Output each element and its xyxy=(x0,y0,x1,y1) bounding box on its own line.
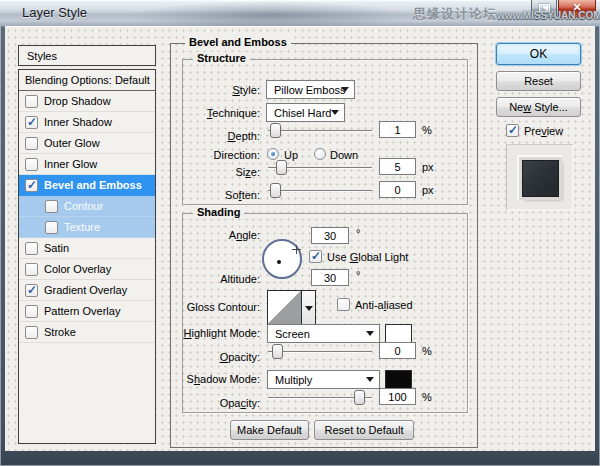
direction-up-radio[interactable] xyxy=(267,148,279,160)
direction-label: Direction: xyxy=(183,149,260,161)
shadow-opacity-label: Opacity: xyxy=(183,397,260,409)
altitude-label: Altitude: xyxy=(183,273,260,285)
list-item-gradient-overlay[interactable]: Gradient Overlay xyxy=(19,280,155,301)
style-dropdown-value: Pillow Emboss xyxy=(274,84,346,96)
preview-label: Preview xyxy=(524,125,563,137)
structure-title: Structure xyxy=(193,52,250,64)
make-default-button[interactable]: Make Default xyxy=(230,420,309,440)
layer-style-dialog: Layer Style 思缘设计论坛 www.MISSYUAN.COM ✕ St… xyxy=(0,0,600,466)
style-dropdown[interactable]: Pillow Emboss xyxy=(266,80,355,99)
panel-title: Bevel and Emboss xyxy=(185,36,291,48)
shadow-opacity-thumb[interactable] xyxy=(354,390,365,405)
highlight-mode-dropdown[interactable]: Screen xyxy=(267,324,380,343)
checkbox-icon[interactable] xyxy=(25,263,38,276)
technique-label: Technique: xyxy=(183,107,260,119)
checkbox-icon[interactable] xyxy=(45,200,58,213)
altitude-unit: ° xyxy=(356,269,360,281)
checkbox-icon[interactable] xyxy=(25,242,38,255)
angle-unit: ° xyxy=(356,227,360,239)
depth-slider[interactable] xyxy=(268,123,372,138)
depth-input[interactable] xyxy=(379,121,416,138)
size-input[interactable] xyxy=(379,158,416,175)
checkbox-icon[interactable] xyxy=(25,179,38,192)
shadow-mode-label: Shadow Mode: xyxy=(183,373,260,385)
size-unit: px xyxy=(422,161,434,173)
list-item-satin[interactable]: Satin xyxy=(19,238,155,259)
checkbox-icon[interactable] xyxy=(25,116,38,129)
technique-dropdown[interactable]: Chisel Hard xyxy=(266,103,345,122)
window-title: Layer Style xyxy=(22,5,87,20)
list-item-color-overlay[interactable]: Color Overlay xyxy=(19,259,155,280)
highlight-opacity-slider[interactable] xyxy=(268,344,372,359)
shadow-opacity-unit: % xyxy=(422,391,432,403)
depth-unit: % xyxy=(422,124,432,136)
highlight-opacity-unit: % xyxy=(422,345,432,357)
size-slider[interactable] xyxy=(268,160,372,175)
list-item-label: Blending Options: Default xyxy=(25,74,150,86)
checkbox-icon[interactable] xyxy=(25,284,38,297)
technique-dropdown-value: Chisel Hard xyxy=(274,107,331,119)
angle-label: Angle: xyxy=(183,229,260,241)
list-item-blending-options-default[interactable]: Blending Options: Default xyxy=(19,70,155,91)
popout-window-button[interactable] xyxy=(531,0,557,18)
checkbox-icon[interactable] xyxy=(25,95,38,108)
structure-group: Structure Style: Pillow Emboss Technique… xyxy=(182,59,468,205)
altitude-input[interactable] xyxy=(311,269,349,286)
close-button[interactable]: ✕ xyxy=(558,0,596,18)
checkbox-icon[interactable] xyxy=(25,305,38,318)
list-item-inner-shadow[interactable]: Inner Shadow xyxy=(19,112,155,133)
highlight-opacity-input[interactable] xyxy=(379,342,416,359)
list-item-label: Inner Shadow xyxy=(44,116,112,128)
list-item-inner-glow[interactable]: Inner Glow xyxy=(19,154,155,175)
soften-input[interactable] xyxy=(379,181,416,198)
shading-title: Shading xyxy=(193,206,244,218)
list-item-label: Bevel and Emboss xyxy=(44,179,142,191)
size-slider-thumb[interactable] xyxy=(276,160,287,175)
soften-slider[interactable] xyxy=(268,183,372,198)
checkbox-icon[interactable] xyxy=(25,158,38,171)
highlight-mode-value: Screen xyxy=(275,328,310,340)
highlight-color-swatch[interactable] xyxy=(385,324,412,343)
chevron-down-icon xyxy=(366,377,374,382)
preview-layer-square xyxy=(522,160,559,197)
popout-window-icon xyxy=(539,4,550,12)
reset-button[interactable]: Reset xyxy=(496,71,581,91)
anti-aliased-checkbox[interactable] xyxy=(337,298,350,311)
list-item-pattern-overlay[interactable]: Pattern Overlay xyxy=(19,301,155,322)
list-item-label: Satin xyxy=(44,242,69,254)
list-item-stroke[interactable]: Stroke xyxy=(19,322,155,343)
list-item-label: Texture xyxy=(64,221,100,233)
list-item-drop-shadow[interactable]: Drop Shadow xyxy=(19,91,155,112)
shadow-mode-dropdown[interactable]: Multiply xyxy=(267,370,380,389)
preview-checkbox[interactable] xyxy=(506,124,519,137)
angle-dial[interactable] xyxy=(262,239,302,279)
shadow-opacity-slider[interactable] xyxy=(268,390,372,405)
list-item-outer-glow[interactable]: Outer Glow xyxy=(19,133,155,154)
reset-to-default-button[interactable]: Reset to Default xyxy=(314,420,414,440)
style-label: Style: xyxy=(183,84,260,96)
preview-thumbnail xyxy=(506,144,573,210)
list-item-contour[interactable]: Contour xyxy=(19,196,155,217)
shadow-color-swatch[interactable] xyxy=(385,370,412,389)
highlight-opacity-thumb[interactable] xyxy=(272,344,283,359)
use-global-light-checkbox[interactable] xyxy=(309,250,322,263)
styles-header: Styles xyxy=(18,45,156,66)
depth-slider-thumb[interactable] xyxy=(270,123,281,138)
gloss-contour-arrow-button[interactable] xyxy=(302,290,316,325)
ok-button[interactable]: OK xyxy=(496,43,581,65)
angle-input[interactable] xyxy=(311,227,349,244)
dialog-content: Styles Blending Options: DefaultDrop Sha… xyxy=(5,26,595,451)
soften-label: Soften: xyxy=(183,189,260,201)
angle-dial-dot xyxy=(277,260,281,264)
gloss-contour-thumbnail[interactable] xyxy=(267,290,302,325)
checkbox-icon[interactable] xyxy=(25,326,38,339)
list-item-texture[interactable]: Texture xyxy=(19,217,155,238)
title-bar[interactable]: Layer Style 思缘设计论坛 www.MISSYUAN.COM ✕ xyxy=(0,0,600,26)
checkbox-icon[interactable] xyxy=(25,137,38,150)
checkbox-icon[interactable] xyxy=(45,221,58,234)
soften-slider-thumb[interactable] xyxy=(270,183,281,198)
new-style-button[interactable]: New Style... xyxy=(496,97,581,117)
shadow-opacity-input[interactable] xyxy=(379,388,416,405)
direction-down-radio[interactable] xyxy=(314,148,326,160)
list-item-bevel-and-emboss[interactable]: Bevel and Emboss xyxy=(19,175,155,196)
